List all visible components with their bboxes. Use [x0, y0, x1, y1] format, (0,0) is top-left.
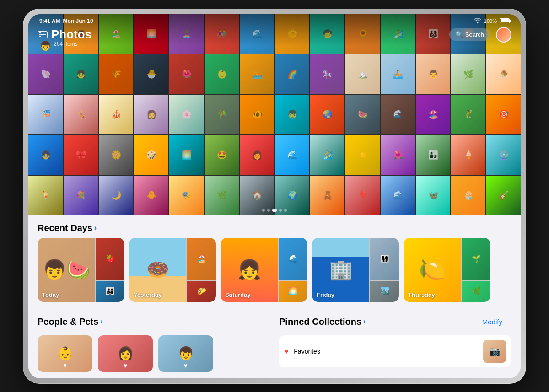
day-label-thursday: Thursday: [408, 291, 435, 298]
heart-icon: ♥: [124, 362, 127, 369]
day-card-thursday[interactable]: 🍋 🌱 🌿 Thursday: [404, 238, 490, 302]
photo-cell[interactable]: 🎋: [205, 95, 239, 134]
photo-cell[interactable]: 🌙: [99, 176, 133, 215]
sidebar-line: [39, 34, 46, 35]
item-count-label: 264 Items: [54, 41, 78, 47]
photo-cell[interactable]: 🌿: [451, 54, 485, 94]
photo-cell[interactable]: 🦋: [416, 176, 450, 215]
sidebar-toggle-icon[interactable]: [38, 31, 48, 38]
photo-cell[interactable]: ☀️: [345, 135, 380, 175]
day-card-friday[interactable]: 🏢 👨‍👩‍👧‍👦 🏙️ Friday: [312, 238, 399, 302]
photo-cell[interactable]: 🌅: [169, 135, 204, 175]
page-dot-active[interactable]: [272, 209, 277, 212]
lower-sections: People & Pets › 👶 ♥ 👩 ♥ 👦: [28, 309, 521, 376]
photo-cell[interactable]: 🎸: [486, 176, 521, 215]
photo-cell[interactable]: 🌼: [99, 135, 133, 175]
photo-cell[interactable]: 🏔️: [345, 54, 380, 94]
photo-cell[interactable]: 🎏: [28, 95, 63, 134]
day-label-friday: Friday: [317, 291, 334, 298]
photo-cell[interactable]: 👧: [64, 54, 98, 94]
page-dot[interactable]: [267, 209, 270, 212]
modify-button[interactable]: Modify: [482, 318, 502, 326]
photo-cell[interactable]: 🚣: [381, 54, 415, 94]
photo-cell[interactable]: 🌈: [275, 54, 309, 94]
search-button[interactable]: 🔍 Search: [449, 28, 490, 41]
sidebar-line: [39, 36, 41, 37]
page-indicator: [262, 209, 287, 212]
photo-cell[interactable]: 🧆: [486, 54, 521, 94]
photo-cell[interactable]: 🍉: [345, 95, 380, 134]
photo-cell[interactable]: 🎀: [64, 135, 98, 175]
photo-cell[interactable]: 🌿: [205, 176, 239, 215]
app-title: Photos: [51, 27, 92, 42]
photo-cell[interactable]: 🏖️: [416, 95, 450, 134]
photo-cell[interactable]: 👨: [416, 54, 450, 94]
photo-cell[interactable]: 👶: [205, 54, 239, 94]
day-card-saturday[interactable]: 👧 🌊 🌅 Saturday: [221, 238, 307, 302]
favorites-heart-icon: ♥: [285, 348, 288, 355]
people-scroll[interactable]: 👶 ♥ 👩 ♥ 👦 ♥: [38, 332, 270, 376]
pinned-collections-section: Pinned Collections › Modify ♥ Favorites …: [279, 309, 511, 376]
photo-cell[interactable]: 🌊: [381, 176, 415, 215]
photo-cell[interactable]: 🌺: [381, 135, 415, 175]
ipad-device: Photos 🔍 Search 264 Items 👦 🎩 🏖️ 🌅 🏝️: [23, 9, 526, 384]
photo-cell[interactable]: 🤾: [451, 95, 485, 134]
photo-cell[interactable]: 🎡: [486, 135, 521, 175]
photo-cell[interactable]: 🐚: [28, 54, 63, 94]
photo-cell[interactable]: 🌸: [169, 95, 204, 134]
favorites-thumbnail: 📷: [483, 340, 506, 363]
person-card-3[interactable]: 👦 ♥: [158, 335, 213, 372]
photo-cell[interactable]: 👩: [240, 135, 274, 175]
day-card-today[interactable]: 👦🍉 🍓 👨‍👩‍👧 Today: [38, 238, 124, 302]
person-card-1[interactable]: 👶 ♥: [38, 335, 92, 372]
photo-cell[interactable]: 🌊: [275, 135, 309, 175]
page-dot[interactable]: [284, 209, 287, 212]
photo-cell[interactable]: 🐥: [134, 176, 168, 215]
day-label-today: Today: [42, 291, 59, 298]
user-avatar[interactable]: [496, 27, 511, 43]
photo-grid-section: Photos 🔍 Search 264 Items 👦 🎩 🏖️ 🌅 🏝️: [28, 14, 521, 215]
day-label-yesterday: Yesterday: [134, 291, 161, 298]
photo-cell[interactable]: 💐: [64, 176, 98, 215]
photo-cell[interactable]: 🐣: [134, 54, 168, 94]
photo-cell[interactable]: 🏄: [310, 135, 344, 175]
people-chevron[interactable]: ›: [100, 317, 102, 326]
bottom-section: Recent Days › 👦🍉 🍓 👨‍👩‍👧 Today: [28, 215, 521, 378]
photo-cell[interactable]: 👩: [134, 95, 168, 134]
ipad-screen: Photos 🔍 Search 264 Items 👦 🎩 🏖️ 🌅 🏝️: [28, 14, 521, 378]
page-dot[interactable]: [262, 209, 265, 212]
photo-cell[interactable]: 🍹: [28, 176, 63, 215]
photo-cell[interactable]: 🤩: [205, 135, 239, 175]
search-icon: 🔍: [456, 31, 463, 38]
photo-cell[interactable]: 🌾: [99, 54, 133, 94]
photo-cell[interactable]: 🌺: [169, 54, 204, 94]
photo-cell[interactable]: 🎭: [169, 176, 204, 215]
photo-cell[interactable]: 🧁: [451, 176, 485, 215]
photo-cell[interactable]: 🏊: [240, 54, 274, 94]
person-card-2[interactable]: 👩 ♥: [98, 335, 153, 372]
photo-cell[interactable]: 🐠: [240, 95, 274, 134]
photo-cell[interactable]: 🌏: [310, 95, 344, 134]
photo-cell[interactable]: 🎯: [486, 95, 521, 134]
photo-cell[interactable]: 👨‍👧: [416, 135, 450, 175]
photo-cell[interactable]: 👦: [275, 95, 309, 134]
photo-cell[interactable]: 🎠: [310, 54, 344, 94]
photo-cell[interactable]: 👧: [28, 135, 63, 175]
photo-cell[interactable]: 🌊: [381, 95, 415, 134]
pinned-favorites-item[interactable]: ♥ Favorites 📷: [279, 335, 511, 367]
photo-cell[interactable]: 🎈: [345, 176, 380, 215]
photo-cell[interactable]: 🎪: [99, 95, 133, 134]
photo-cell[interactable]: 🎲: [134, 135, 168, 175]
page-dot[interactable]: [279, 209, 282, 212]
nav-title-group: Photos: [38, 27, 92, 42]
photo-cell[interactable]: 🤸: [64, 95, 98, 134]
recent-days-chevron[interactable]: ›: [94, 224, 97, 232]
day-card-yesterday[interactable]: 🍩 🏖️ 🌮 Yesterday: [129, 238, 216, 302]
recent-days-scroll[interactable]: 👦🍉 🍓 👨‍👩‍👧 Today 🍩 🏖️ 🌮: [28, 238, 521, 309]
photo-cell[interactable]: 🍦: [451, 135, 485, 175]
photo-cell[interactable]: 🧸: [310, 176, 344, 215]
heart-icon: ♥: [63, 362, 67, 369]
pinned-chevron[interactable]: ›: [363, 317, 366, 326]
pinned-header: Pinned Collections › Modify: [279, 309, 511, 332]
nav-right-controls: 🔍 Search: [449, 27, 511, 43]
